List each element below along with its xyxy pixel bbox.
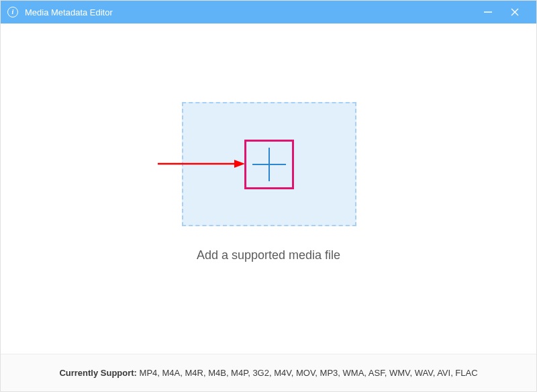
info-glyph: i <box>12 9 14 15</box>
file-dropzone[interactable] <box>182 102 356 226</box>
dropzone-prompt: Add a supported media file <box>1 248 536 262</box>
add-file-button[interactable] <box>244 140 294 189</box>
app-window: i Media Metadata Editor Add a supported … <box>0 0 537 392</box>
content-area: Add a supported media file <box>1 23 536 354</box>
app-title: Media Metadata Editor <box>25 7 113 17</box>
minimize-button[interactable] <box>475 1 501 23</box>
titlebar: i Media Metadata Editor <box>1 1 536 23</box>
supported-formats-label: Currently Support: MP4, M4A, M4R, M4B, M… <box>59 368 477 378</box>
supported-formats-prefix: Currently Support: <box>59 368 137 378</box>
plus-icon <box>252 148 286 181</box>
close-icon <box>510 7 520 17</box>
minimize-icon <box>483 7 493 17</box>
close-button[interactable] <box>501 1 528 23</box>
status-bar: Currently Support: MP4, M4A, M4R, M4B, M… <box>1 354 536 391</box>
info-icon: i <box>7 7 18 17</box>
supported-formats-list: MP4, M4A, M4R, M4B, M4P, 3G2, M4V, MOV, … <box>140 368 478 378</box>
